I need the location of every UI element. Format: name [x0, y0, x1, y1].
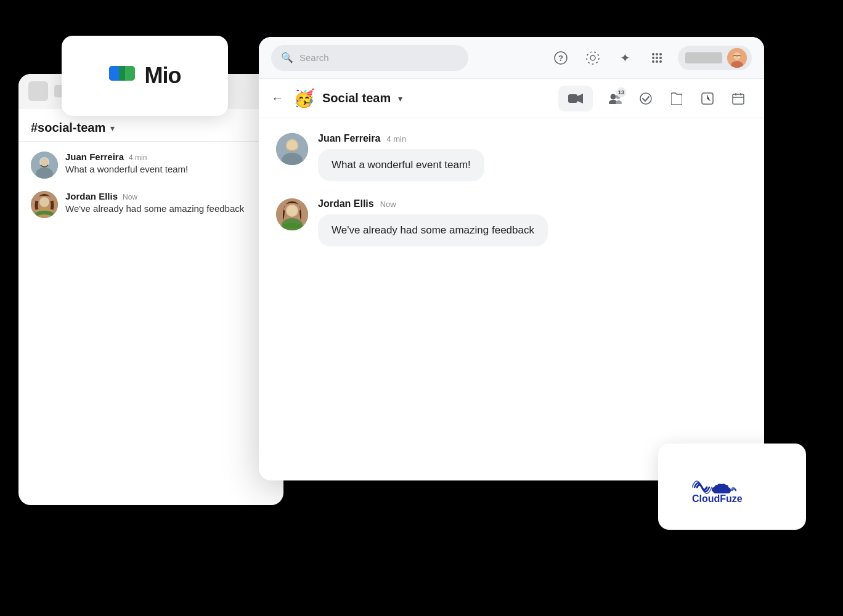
gchat-room-header: ← 🥳 Social team ▾: [259, 79, 764, 118]
calendar-icon: [732, 92, 744, 105]
svg-point-31: [616, 100, 622, 104]
check-icon: [640, 92, 652, 105]
files-btn[interactable]: [663, 85, 690, 112]
slack-channel-chevron: ▾: [110, 123, 115, 133]
slack-time-1: 4 min: [129, 153, 147, 162]
gchat-messages-list: Juan Ferreira 4 min What a wonderful eve…: [259, 118, 764, 261]
svg-point-23: [659, 60, 662, 63]
gchat-bubble-2: We've already had some amazing feedback: [318, 214, 548, 246]
slack-msg-text-1: What a wonderful event team!: [65, 164, 188, 174]
help-icon: ?: [554, 51, 568, 65]
tasks-btn[interactable]: [632, 85, 659, 112]
timer-icon: [701, 92, 714, 105]
timer-btn[interactable]: [694, 85, 721, 112]
mio-diamond-icon: [109, 61, 139, 91]
gchat-avatar-jordan-svg: [276, 198, 308, 230]
cloudfuze-logo-svg: CloudFuze: [692, 470, 772, 504]
apps-icon-btn[interactable]: [646, 47, 668, 69]
user-avatar-svg: [727, 48, 747, 68]
gchat-bubble-1: What a wonderful event team!: [318, 149, 484, 181]
gchat-panel: 🔍 Search ? ✦: [259, 37, 764, 480]
svg-point-32: [640, 93, 651, 104]
svg-point-21: [652, 60, 654, 63]
svg-point-19: [656, 57, 658, 59]
svg-point-18: [652, 57, 654, 59]
gchat-message-1: Juan Ferreira 4 min What a wonderful eve…: [276, 133, 747, 181]
slack-msg-content-2: Jordan Ellis Now We've already had some …: [65, 191, 244, 214]
room-actions: 13: [558, 85, 752, 112]
slack-messages-list: Juan Ferreira 4 min What a wonderful eve…: [18, 142, 283, 228]
sparkle-icon-btn[interactable]: ✦: [614, 47, 636, 69]
search-icon: 🔍: [281, 52, 293, 63]
sparkle-icon: ✦: [620, 51, 630, 65]
gchat-sender-1: Juan Ferreira: [318, 133, 380, 144]
slack-sender-1: Juan Ferreira: [65, 152, 124, 162]
room-chevron-icon[interactable]: ▾: [398, 94, 402, 103]
svg-text:CloudFuze: CloudFuze: [692, 493, 743, 504]
gchat-user-name-placeholder: [685, 52, 722, 63]
video-call-btn[interactable]: [558, 86, 593, 111]
room-emoji: 🥳: [293, 88, 315, 108]
svg-text:?: ?: [558, 54, 563, 63]
settings-icon-btn[interactable]: [582, 47, 604, 69]
mio-logo-card: Mio: [62, 36, 228, 116]
svg-point-16: [656, 53, 658, 55]
svg-rect-34: [733, 94, 744, 104]
gchat-topbar: 🔍 Search ? ✦: [259, 37, 764, 79]
scene: #social-team ▾ Juan: [0, 0, 843, 616]
slack-channel-name: #social-team: [31, 121, 105, 135]
slack-sender-line-2: Jordan Ellis Now: [65, 191, 244, 201]
folder-icon: [671, 92, 682, 105]
slack-msg-content-1: Juan Ferreira 4 min What a wonderful eve…: [65, 152, 188, 174]
gchat-topbar-right: ? ✦: [550, 46, 752, 70]
members-badge: 13: [616, 87, 626, 97]
calendar-btn[interactable]: [725, 85, 752, 112]
slack-msg-text-2: We've already had some amazing feedback: [65, 203, 244, 214]
gchat-sender-line-1: Juan Ferreira 4 min: [318, 133, 484, 144]
slack-panel: #social-team ▾ Juan: [18, 74, 283, 505]
gchat-time-1: 4 min: [386, 134, 406, 144]
slack-time-2: Now: [123, 193, 137, 201]
slack-sender-line-1: Juan Ferreira 4 min: [65, 152, 188, 162]
svg-point-22: [656, 60, 658, 63]
gchat-msg-body-1: Juan Ferreira 4 min What a wonderful eve…: [318, 133, 484, 181]
avatar-juan-svg: [31, 152, 58, 179]
gchat-msg-body-2: Jordan Ellis Now We've already had some …: [318, 198, 548, 246]
apps-icon: [651, 52, 663, 64]
svg-point-41: [287, 140, 297, 150]
gchat-user-area[interactable]: [678, 46, 752, 70]
gchat-time-2: Now: [380, 200, 396, 209]
svg-point-14: [587, 52, 599, 64]
gchat-sender-line-2: Jordan Ellis Now: [318, 198, 548, 209]
gchat-avatar-juan: [276, 133, 308, 165]
mio-wordmark: Mio: [145, 63, 181, 89]
svg-point-13: [590, 55, 595, 60]
members-btn[interactable]: 13: [601, 85, 629, 112]
slack-icon-placeholder: [28, 81, 48, 101]
svg-point-45: [287, 206, 297, 216]
svg-point-3: [41, 158, 48, 166]
slack-message-1: Juan Ferreira 4 min What a wonderful eve…: [31, 152, 271, 179]
gchat-avatar-jordan: [276, 198, 308, 230]
svg-point-28: [611, 94, 616, 99]
gchat-sender-2: Jordan Ellis: [318, 198, 374, 209]
slack-message-2: Jordan Ellis Now We've already had some …: [31, 191, 271, 218]
svg-point-17: [659, 53, 662, 55]
gchat-avatar-juan-svg: [276, 133, 308, 165]
search-placeholder: Search: [299, 52, 329, 63]
slack-avatar-jordan: [31, 191, 58, 218]
svg-rect-27: [568, 94, 577, 103]
gchat-search-bar[interactable]: 🔍 Search: [271, 45, 468, 71]
video-icon: [568, 93, 583, 104]
help-icon-btn[interactable]: ?: [550, 47, 572, 69]
svg-point-20: [659, 57, 662, 59]
settings-icon: [586, 51, 600, 65]
avatar-jordan-svg: [31, 191, 58, 218]
mio-logo: Mio: [109, 61, 181, 91]
gchat-message-2: Jordan Ellis Now We've already had some …: [276, 198, 747, 246]
back-button[interactable]: ←: [271, 91, 283, 105]
slack-sender-2: Jordan Ellis: [65, 191, 118, 201]
mio-diamond-svg: [109, 61, 141, 86]
slack-avatar-juan: [31, 152, 58, 179]
svg-point-5: [39, 197, 49, 207]
